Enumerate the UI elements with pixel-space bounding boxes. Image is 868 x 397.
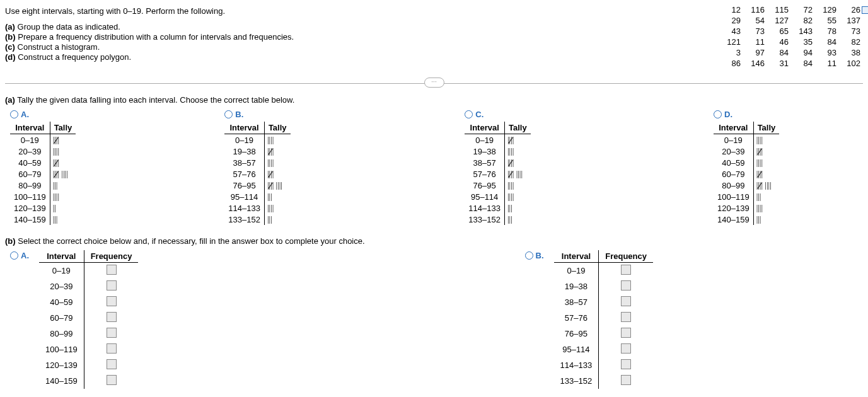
frequency-cell <box>599 326 653 342</box>
interval-cell: 114–133 <box>224 202 264 214</box>
tally-cell: |||| <box>264 134 290 146</box>
tally-cell: |||| <box>50 146 76 157</box>
data-cell: 31 <box>766 59 789 68</box>
radio-option-a-d[interactable] <box>714 110 722 118</box>
radio-option-b-a[interactable] <box>10 251 18 260</box>
tally-cell: |||| <box>264 157 290 168</box>
frequency-input[interactable] <box>107 375 117 385</box>
instruction-text: Use eight intervals, starting with 0–19.… <box>5 6 718 16</box>
tally-cell: |||| <box>504 191 530 202</box>
divider-toggle-button[interactable]: ··· <box>424 78 444 88</box>
radio-option-a-c[interactable] <box>465 110 473 118</box>
frequency-input[interactable] <box>107 265 117 275</box>
tally-table-c: IntervalTally0–19|||| 19–38||||38–57||||… <box>465 122 530 225</box>
option-label: C. <box>475 110 483 119</box>
frequency-input[interactable] <box>621 280 631 291</box>
tally-cell: ||| <box>264 191 290 202</box>
interval-header: Interval <box>714 122 753 134</box>
frequency-cell <box>599 310 653 326</box>
interval-cell: 40–59 <box>10 157 50 168</box>
tally-header: Tally <box>264 122 290 134</box>
data-cell: 78 <box>814 26 836 36</box>
frequency-input[interactable] <box>621 265 631 275</box>
tally-cell: |||| <box>264 202 290 214</box>
tally-header: Tally <box>504 122 530 134</box>
interval-cell: 60–79 <box>39 310 84 326</box>
data-cell: 121 <box>718 37 741 47</box>
interval-cell: 95–114 <box>554 342 599 357</box>
tally-table-a: IntervalTally0–19|||| 20–39||||40–59||||… <box>10 122 76 225</box>
frequency-input[interactable] <box>621 375 631 385</box>
tally-cell: ||| <box>50 180 76 191</box>
data-cell: 82 <box>790 16 813 25</box>
option-label: D. <box>724 110 732 119</box>
tally-cell: |||| <box>50 134 76 146</box>
tally-cell: ||| <box>264 214 290 225</box>
interval-cell: 60–79 <box>714 168 753 180</box>
tally-cell: |||| |||| <box>50 168 76 180</box>
data-cell: 143 <box>790 26 813 36</box>
tally-cell: |||| <box>753 157 779 168</box>
data-cell: 38 <box>838 48 860 57</box>
data-cell: 12 <box>718 5 741 14</box>
tally-cell: |||| |||| <box>504 168 530 180</box>
radio-option-a-b[interactable] <box>224 110 233 118</box>
interval-cell: 114–133 <box>554 357 599 373</box>
data-cell: 116 <box>742 5 765 14</box>
data-cell: 72 <box>790 5 813 14</box>
option-label: B. <box>536 251 544 260</box>
interval-cell: 100–119 <box>714 191 753 202</box>
tally-header: Tally <box>50 122 76 134</box>
frequency-input[interactable] <box>621 312 631 322</box>
frequency-cell <box>84 279 138 294</box>
frequency-input[interactable] <box>107 312 117 322</box>
frequency-input[interactable] <box>107 296 117 306</box>
radio-option-a-a[interactable] <box>10 110 18 118</box>
data-cell: 55 <box>814 16 836 25</box>
frequency-cell <box>84 263 138 279</box>
frequency-cell <box>84 326 138 342</box>
freq-table-a: IntervalFrequency0–1920–3940–5960–7980–9… <box>39 250 138 389</box>
frequency-input[interactable] <box>621 359 631 369</box>
section-a-label: (a) <box>5 95 15 105</box>
interval-cell: 57–76 <box>554 310 599 326</box>
tally-cell: ||| <box>50 214 76 225</box>
interval-header: Interval <box>465 122 504 134</box>
frequency-input[interactable] <box>107 359 117 369</box>
interval-cell: 114–133 <box>465 202 504 214</box>
option-label: B. <box>235 110 243 119</box>
frequency-input[interactable] <box>621 328 631 338</box>
data-cell: 54 <box>742 16 765 25</box>
frequency-input[interactable] <box>107 328 117 338</box>
interval-cell: 38–57 <box>554 294 599 310</box>
interval-cell: 57–76 <box>224 168 264 180</box>
radio-option-b-b[interactable] <box>525 251 533 260</box>
section-b-text: Select the correct choice below and, if … <box>18 236 364 246</box>
tally-cell: |||| <box>753 146 779 157</box>
interval-cell: 60–79 <box>10 168 50 180</box>
tally-cell: |||| <box>50 157 76 168</box>
data-cell: 127 <box>766 16 789 25</box>
tally-cell: |||| <box>264 168 290 180</box>
part-c-label: (c) <box>5 42 15 52</box>
interval-header: Interval <box>224 122 264 134</box>
tally-cell: |||| <box>504 180 530 191</box>
interval-cell: 0–19 <box>465 134 504 146</box>
interval-cell: 19–38 <box>465 146 504 157</box>
interval-cell: 0–19 <box>10 134 50 146</box>
frequency-header: Frequency <box>599 250 653 263</box>
frequency-input[interactable] <box>107 343 117 354</box>
frequency-cell <box>599 263 653 279</box>
data-cell: 11 <box>742 37 765 47</box>
interval-cell: 100–119 <box>39 342 84 357</box>
interval-header: Interval <box>10 122 50 134</box>
interval-cell: 133–152 <box>554 373 599 389</box>
interval-cell: 38–57 <box>465 157 504 168</box>
frequency-input[interactable] <box>621 343 631 354</box>
part-b-label: (b) <box>5 32 16 42</box>
frequency-input[interactable] <box>621 296 631 306</box>
interval-cell: 80–99 <box>39 326 84 342</box>
tally-cell: |||| <box>753 168 779 180</box>
data-cell: 102 <box>838 59 860 68</box>
frequency-input[interactable] <box>107 280 117 291</box>
